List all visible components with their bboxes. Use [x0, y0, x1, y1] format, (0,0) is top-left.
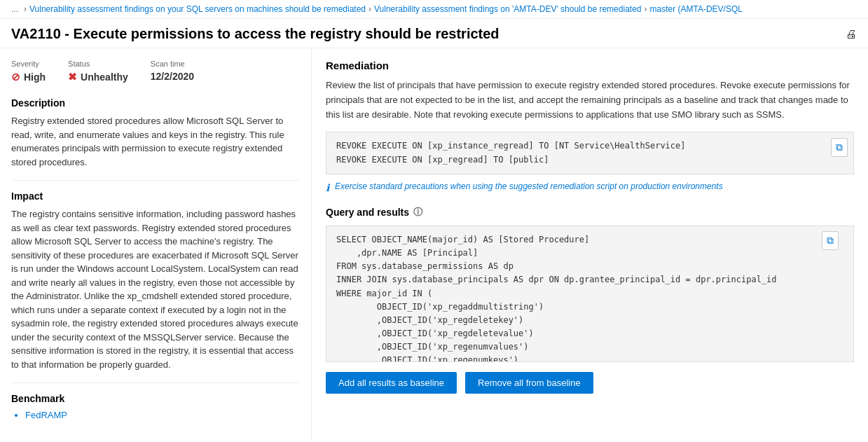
severity-block: Severity ⊘ High — [11, 60, 46, 83]
add-baseline-button[interactable]: Add all results as baseline — [326, 372, 457, 394]
breadcrumb-link-1[interactable]: Vulnerability assessment findings on you… — [29, 4, 366, 14]
status-block: Status ✖ Unhealthy — [68, 60, 128, 83]
divider-2 — [11, 382, 300, 383]
remediation-text: Review the list of principals that have … — [326, 78, 854, 122]
query-section-title: Query and results ⓘ — [326, 206, 854, 219]
query-box[interactable]: SELECT OBJECT_NAME(major_id) AS [Stored … — [326, 226, 854, 362]
info-note: ℹ Exercise standard precautions when usi… — [326, 181, 854, 193]
remediation-code: REVOKE EXECUTE ON [xp_instance_regread] … — [336, 139, 843, 166]
scan-time-value: 12/2/2020 — [151, 71, 194, 82]
content-wrapper: Severity ⊘ High Status ✖ Unhealthy Scan … — [0, 48, 868, 440]
query-box-wrapper: SELECT OBJECT_NAME(major_id) AS [Stored … — [326, 226, 854, 362]
status-value: ✖ Unhealthy — [68, 71, 128, 83]
severity-value: ⊘ High — [11, 71, 46, 83]
benchmark-title: Benchmark — [11, 393, 300, 404]
copy-query-button[interactable]: ⧉ — [822, 231, 839, 250]
remediation-code-box: REVOKE EXECUTE ON [xp_instance_regread] … — [326, 132, 854, 174]
status-label: Status — [68, 60, 128, 68]
scan-time-label: Scan time — [151, 60, 194, 68]
breadcrumb-link-3[interactable]: master (AMTA-DEV/SQL — [649, 4, 742, 14]
info-icon: ℹ — [326, 182, 329, 193]
query-code: SELECT OBJECT_NAME(major_id) AS [Stored … — [336, 233, 843, 362]
scan-time-block: Scan time 12/2/2020 — [151, 60, 194, 83]
copy-remediation-button[interactable]: ⧉ — [831, 138, 848, 157]
severity-label: Severity — [11, 60, 46, 68]
status-icon: ✖ — [68, 71, 77, 83]
remove-baseline-button[interactable]: Remove all from baseline — [465, 372, 593, 394]
severity-icon: ⊘ — [11, 71, 20, 83]
page-header: VA2110 - Execute permissions to access t… — [0, 19, 868, 48]
impact-text: The registry contains sensitive informat… — [11, 207, 300, 371]
impact-title: Impact — [11, 191, 300, 202]
breadcrumb: ... › Vulnerability assessment findings … — [0, 0, 868, 19]
breadcrumb-ellipsis: ... — [11, 4, 18, 14]
description-title: Description — [11, 97, 300, 109]
query-info-icon: ⓘ — [413, 206, 422, 219]
left-panel: Severity ⊘ High Status ✖ Unhealthy Scan … — [0, 48, 312, 440]
action-buttons: Add all results as baseline Remove all f… — [326, 372, 854, 394]
divider-1 — [11, 180, 300, 181]
right-panel: Remediation Review the list of principal… — [312, 48, 868, 440]
print-icon[interactable]: 🖨 — [846, 28, 857, 41]
benchmark-item-fedramp[interactable]: FedRAMP — [25, 410, 300, 420]
description-text: Registry extended stored procedures allo… — [11, 114, 300, 169]
meta-row: Severity ⊘ High Status ✖ Unhealthy Scan … — [11, 60, 300, 83]
breadcrumb-link-2[interactable]: Vulnerability assessment findings on 'AM… — [374, 4, 641, 14]
info-note-text: Exercise standard precautions when using… — [335, 181, 723, 191]
benchmark-list: FedRAMP — [11, 410, 300, 420]
page-title: VA2110 - Execute permissions to access t… — [11, 26, 837, 42]
remediation-title: Remediation — [326, 60, 854, 71]
